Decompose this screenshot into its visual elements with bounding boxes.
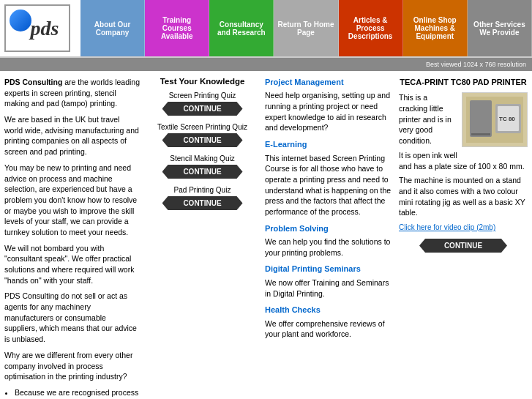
product-title: TECA-PRINT TC80 PAD PRINTER: [399, 77, 528, 88]
intro-paragraph-5: Why are we different from every other co…: [4, 350, 140, 382]
video-link[interactable]: Click here for video clip (2mb): [399, 223, 495, 231]
section-title-2: Problem Solving: [265, 223, 393, 234]
quiz-continue-button-3[interactable]: CONTINUE: [162, 196, 243, 210]
nav-item-consultancy[interactable]: Consultancy and Research: [209, 0, 274, 56]
quiz-label-1: Textile Screen Printing Quiz: [146, 123, 259, 131]
quiz-item-2: Stencil Making QuizCONTINUE: [146, 154, 259, 179]
nav-item-online-shop[interactable]: Online Shop Machines & Equipment: [403, 0, 468, 56]
quiz-title: Test Your Knowledge: [146, 77, 259, 86]
col4-product: TECA-PRINT TC80 PAD PRINTER TC 80 This i…: [399, 77, 528, 399]
product-desc-1: It is open ink well and has a plate size…: [399, 150, 528, 171]
nav-item-about[interactable]: About Our Company: [80, 0, 145, 56]
logo-circle-icon: [10, 10, 31, 31]
logo-area: pds: [0, 0, 80, 56]
header: pds About Our CompanyTraining Courses Av…: [0, 0, 532, 58]
sub-header: Best viewed 1024 x 768 resolution: [0, 58, 532, 71]
col1-intro: PDS Consulting are the worlds leading ex…: [4, 77, 140, 399]
section-text-4: We offer comprehensive reviews of your p…: [265, 318, 393, 340]
company-name: PDS Consulting: [4, 78, 62, 86]
section-text-0: Need help organising, setting up and run…: [265, 90, 393, 133]
product-image: TC 80: [462, 92, 528, 147]
nav-bar: About Our CompanyTraining Courses Availa…: [80, 0, 532, 56]
section-title-0: Project Management: [265, 77, 393, 88]
quiz-continue-button-1[interactable]: CONTINUE: [162, 133, 243, 147]
product-desc-2: The machine is mounted on a stand and it…: [399, 175, 528, 218]
nav-item-training[interactable]: Training Courses Available: [145, 0, 209, 56]
section-text-2: We can help you find the solutions to yo…: [265, 236, 393, 258]
intro-paragraph-1: We are based in the UK but travel world …: [4, 114, 140, 157]
col3-sections: Project ManagementNeed help organising, …: [265, 77, 393, 399]
quiz-item-1: Textile Screen Printing QuizCONTINUE: [146, 123, 259, 147]
nav-item-articles[interactable]: Articles & Process Descriptions: [339, 0, 403, 56]
main-content: PDS Consulting are the worlds leading ex…: [0, 71, 532, 399]
quiz-item-0: Screen Printing QuizCONTINUE: [146, 92, 259, 116]
intro-paragraph-4: PDS Consulting do not sell or act as age…: [4, 291, 140, 344]
logo-text: pds: [31, 17, 59, 40]
quiz-label-3: Pad Printing Quiz: [146, 186, 259, 194]
quiz-continue-button-0[interactable]: CONTINUE: [162, 102, 243, 116]
section-text-3: We now offer Training and Seminars in Di…: [265, 277, 393, 299]
quiz-label-2: Stencil Making Quiz: [146, 154, 259, 163]
svg-rect-2: [470, 100, 492, 137]
section-text-1: This internet based Screen Printing Cour…: [265, 153, 393, 217]
intro-paragraph-2: You may be new to printing and need advi…: [4, 163, 140, 238]
svg-rect-6: [471, 133, 490, 135]
logo-box: pds: [4, 4, 70, 52]
quiz-label-0: Screen Printing Quiz: [146, 92, 259, 100]
col2-quiz: Test Your Knowledge Screen Printing Quiz…: [146, 77, 259, 399]
bullet-list: Because we are recognised process expert…: [15, 387, 140, 399]
section-title-4: Health Checks: [265, 305, 393, 316]
nav-item-other[interactable]: Other Services We Provide: [468, 0, 532, 56]
intro-paragraph-0: PDS Consulting are the worlds leading ex…: [4, 77, 140, 109]
quiz-item-3: Pad Printing QuizCONTINUE: [146, 186, 259, 210]
intro-paragraph-3: We will not bombard you with "consultant…: [4, 243, 140, 286]
section-title-1: E-Learning: [265, 139, 393, 150]
nav-item-return[interactable]: Return To Home Page: [274, 0, 338, 56]
resolution-text: Best viewed 1024 x 768 resolution: [426, 61, 526, 68]
svg-text:TC 80: TC 80: [499, 116, 515, 122]
product-details: TC 80 This is a cracking little printer …: [399, 92, 528, 222]
section-title-3: Digital Printing Seminars: [265, 264, 393, 275]
product-continue-button[interactable]: CONTINUE: [419, 239, 507, 253]
bullet-item-0: Because we are recognised process expert…: [15, 387, 140, 399]
quiz-continue-button-2[interactable]: CONTINUE: [162, 165, 243, 179]
